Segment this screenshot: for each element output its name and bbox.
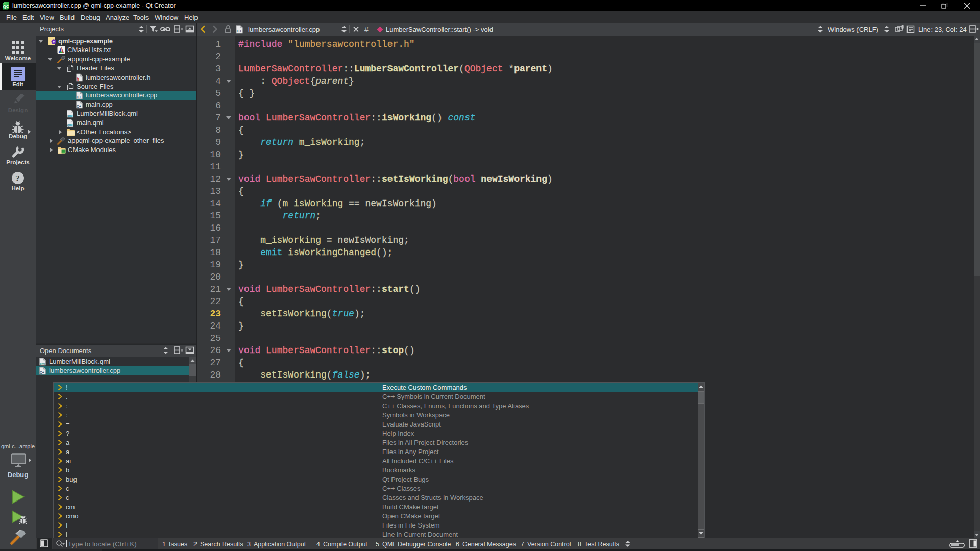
- svg-text:h: h: [77, 77, 80, 82]
- svg-text:qml: qml: [67, 114, 73, 117]
- svg-text:C+: C+: [77, 105, 81, 108]
- svg-text:C+: C+: [237, 29, 242, 33]
- svg-text:?: ?: [15, 173, 20, 183]
- svg-text:QC: QC: [3, 4, 9, 9]
- svg-text:qml: qml: [40, 362, 45, 365]
- svg-text:C+: C+: [40, 371, 44, 374]
- svg-text:qml: qml: [67, 123, 73, 127]
- svg-text:C+: C+: [77, 95, 81, 99]
